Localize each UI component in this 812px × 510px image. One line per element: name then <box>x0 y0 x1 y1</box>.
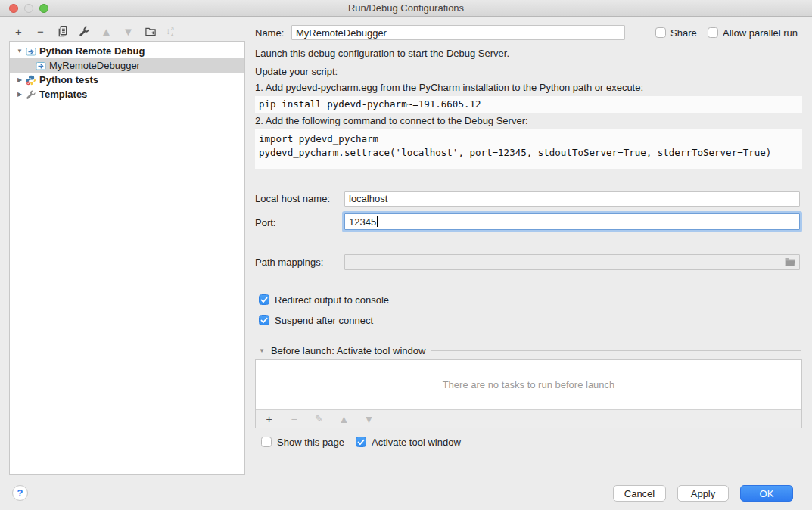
tree-item-python-tests[interactable]: ▶ Python tests <box>10 73 244 87</box>
before-launch-title: Before launch: Activate tool window <box>271 345 426 356</box>
tree-item-label: MyRemoteDebugger <box>49 60 140 71</box>
create-folder-icon[interactable] <box>144 25 157 38</box>
share-checkbox[interactable] <box>655 27 666 38</box>
suspend-after-connect-checkbox[interactable] <box>259 315 269 325</box>
check-icon <box>260 297 268 303</box>
empty-task-list-text: There are no tasks to run before launch <box>256 360 801 409</box>
add-configuration-button[interactable]: + <box>12 25 25 38</box>
python-icon <box>26 75 36 86</box>
update-script-text: Update your script: <box>255 66 338 77</box>
check-icon <box>260 317 268 324</box>
tree-item-label: Python Remote Debug <box>39 45 145 57</box>
collapse-triangle-icon[interactable]: ▼ <box>259 347 265 354</box>
copy-configuration-icon[interactable] <box>56 25 69 38</box>
move-down-button[interactable]: ▼ <box>122 25 135 38</box>
show-this-page-label: Show this page <box>277 437 344 448</box>
path-mappings-label: Path mappings: <box>255 257 323 268</box>
name-input[interactable] <box>291 25 625 40</box>
window-title: Run/Debug Configurations <box>0 2 812 14</box>
browse-folder-icon[interactable] <box>784 257 796 269</box>
edit-templates-wrench-icon[interactable] <box>78 25 91 38</box>
launch-instruction-text: Launch this debug configuration to start… <box>255 48 509 59</box>
settrace-code-line2: pydevd_pycharm.settrace('localhost', por… <box>259 146 798 160</box>
text-caret <box>377 216 378 227</box>
path-mappings-row: Path mappings: <box>255 254 802 270</box>
local-host-row: Local host name: <box>255 191 802 207</box>
move-task-down-button[interactable]: ▼ <box>362 412 375 425</box>
check-icon <box>357 439 365 446</box>
task-list-toolbar: + − ✎ ▲ ▼ <box>256 409 801 428</box>
activate-tool-window-label: Activate tool window <box>372 437 461 448</box>
move-up-button[interactable]: ▲ <box>100 25 113 38</box>
tree-item-templates[interactable]: ▶ Templates <box>10 87 244 101</box>
redirect-output-label: Redirect output to console <box>275 294 389 306</box>
show-this-page-checkbox[interactable] <box>261 437 272 447</box>
chevron-collapsed-icon[interactable]: ▶ <box>16 91 23 98</box>
add-task-button[interactable]: + <box>263 412 275 425</box>
tree-item-myremotedebugger[interactable]: MyRemoteDebugger <box>10 58 244 73</box>
allow-parallel-run-label: Allow parallel run <box>723 27 798 39</box>
suspend-after-connect-label: Suspend after connect <box>275 315 373 326</box>
suspend-after-connect-row: Suspend after connect <box>255 314 558 326</box>
configurations-toolbar: + − ▲ ▼ ↓ az <box>12 23 174 39</box>
pip-install-code[interactable]: pip install pydevd-pycharm~=191.6605.12 <box>255 96 802 113</box>
activate-tool-window-checkbox[interactable] <box>356 437 366 447</box>
chevron-collapsed-icon[interactable]: ▶ <box>16 76 23 83</box>
port-value: 12345 <box>349 216 376 228</box>
tree-item-python-remote-debug[interactable]: ▼ Python Remote Debug <box>10 44 244 58</box>
step1-text: 1. Add pydevd-pycharm.egg from the PyCha… <box>255 82 643 93</box>
remote-debug-icon <box>36 61 46 71</box>
share-label: Share <box>670 27 697 39</box>
sort-configurations-icon[interactable]: ↓ az <box>166 26 174 36</box>
wrench-icon <box>26 89 36 100</box>
before-launch-header[interactable]: ▼ Before launch: Activate tool window <box>255 344 802 356</box>
title-bar: Run/Debug Configurations <box>0 0 812 17</box>
path-mappings-input[interactable] <box>344 254 800 270</box>
step2-text: 2. Add the following command to connect … <box>255 115 528 126</box>
local-host-label: Local host name: <box>255 193 330 204</box>
settrace-code-line1: import pydevd_pycharm <box>259 132 798 146</box>
local-host-input[interactable] <box>344 191 800 207</box>
remove-configuration-button[interactable]: − <box>34 25 47 38</box>
help-button[interactable]: ? <box>12 485 28 501</box>
ok-button[interactable]: OK <box>740 485 793 502</box>
bottom-options-row: Show this page Activate tool window <box>255 436 802 448</box>
port-label: Port: <box>255 217 275 229</box>
remove-task-button[interactable]: − <box>288 412 300 425</box>
separator-line <box>431 350 801 351</box>
remote-debug-icon <box>26 46 36 57</box>
allow-parallel-run-checkbox[interactable] <box>708 27 718 38</box>
port-row: Port: 12345 <box>255 213 802 232</box>
tree-item-label: Templates <box>39 89 87 100</box>
move-task-up-button[interactable]: ▲ <box>338 412 350 425</box>
settrace-code[interactable]: import pydevd_pycharm pydevd_pycharm.set… <box>255 129 802 169</box>
cancel-button[interactable]: Cancel <box>613 485 666 502</box>
redirect-output-row: Redirect output to console <box>255 294 558 306</box>
tree-item-label: Python tests <box>39 74 98 86</box>
chevron-expanded-icon[interactable]: ▼ <box>16 48 23 54</box>
port-input[interactable]: 12345 <box>344 213 800 230</box>
configurations-tree: ▼ Python Remote Debug MyRemoteDebugger ▶… <box>9 41 245 475</box>
apply-button[interactable]: Apply <box>677 485 729 502</box>
name-label: Name: <box>255 27 284 39</box>
name-row: Name: Share Allow parallel run <box>255 25 802 40</box>
redirect-output-checkbox[interactable] <box>259 294 269 305</box>
edit-task-pencil-icon[interactable]: ✎ <box>313 412 325 425</box>
before-launch-task-list: There are no tasks to run before launch … <box>255 359 802 428</box>
